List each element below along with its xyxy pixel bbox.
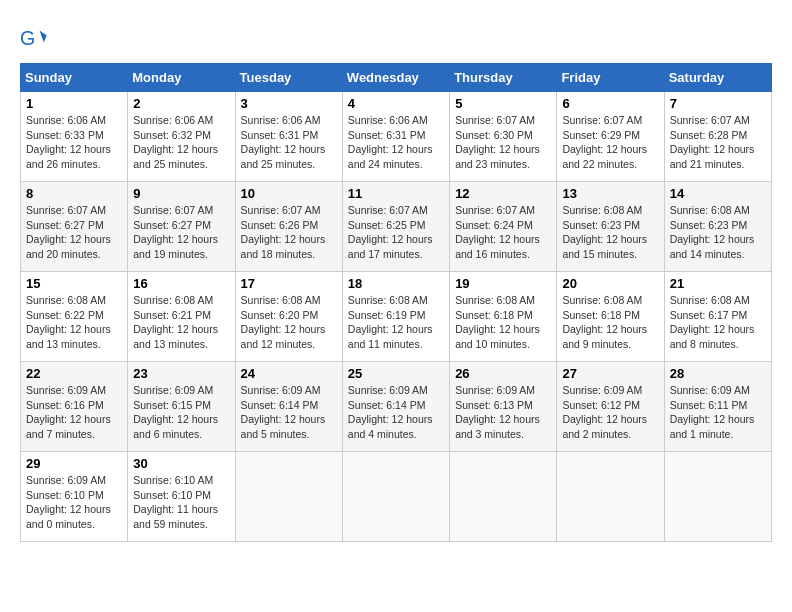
day-info: Sunrise: 6:09 AMSunset: 6:10 PMDaylight:… (26, 473, 122, 532)
day-number: 17 (241, 276, 337, 291)
day-number: 5 (455, 96, 551, 111)
day-info: Sunrise: 6:09 AMSunset: 6:11 PMDaylight:… (670, 383, 766, 442)
weekday-header-thursday: Thursday (450, 64, 557, 92)
logo-icon: G (20, 25, 48, 53)
calendar-cell: 18Sunrise: 6:08 AMSunset: 6:19 PMDayligh… (342, 272, 449, 362)
calendar-cell: 11Sunrise: 6:07 AMSunset: 6:25 PMDayligh… (342, 182, 449, 272)
calendar-cell: 12Sunrise: 6:07 AMSunset: 6:24 PMDayligh… (450, 182, 557, 272)
day-number: 26 (455, 366, 551, 381)
weekday-header-saturday: Saturday (664, 64, 771, 92)
day-info: Sunrise: 6:09 AMSunset: 6:14 PMDaylight:… (348, 383, 444, 442)
day-info: Sunrise: 6:08 AMSunset: 6:23 PMDaylight:… (562, 203, 658, 262)
day-number: 2 (133, 96, 229, 111)
calendar-cell (664, 452, 771, 542)
day-number: 13 (562, 186, 658, 201)
day-number: 21 (670, 276, 766, 291)
day-number: 7 (670, 96, 766, 111)
calendar-cell: 3Sunrise: 6:06 AMSunset: 6:31 PMDaylight… (235, 92, 342, 182)
day-info: Sunrise: 6:07 AMSunset: 6:28 PMDaylight:… (670, 113, 766, 172)
calendar-cell: 9Sunrise: 6:07 AMSunset: 6:27 PMDaylight… (128, 182, 235, 272)
day-number: 3 (241, 96, 337, 111)
day-info: Sunrise: 6:08 AMSunset: 6:18 PMDaylight:… (562, 293, 658, 352)
calendar-cell: 17Sunrise: 6:08 AMSunset: 6:20 PMDayligh… (235, 272, 342, 362)
calendar-cell: 16Sunrise: 6:08 AMSunset: 6:21 PMDayligh… (128, 272, 235, 362)
day-info: Sunrise: 6:06 AMSunset: 6:31 PMDaylight:… (348, 113, 444, 172)
day-number: 20 (562, 276, 658, 291)
day-info: Sunrise: 6:08 AMSunset: 6:23 PMDaylight:… (670, 203, 766, 262)
logo: G (20, 25, 51, 53)
calendar-cell: 27Sunrise: 6:09 AMSunset: 6:12 PMDayligh… (557, 362, 664, 452)
day-info: Sunrise: 6:06 AMSunset: 6:33 PMDaylight:… (26, 113, 122, 172)
day-info: Sunrise: 6:08 AMSunset: 6:18 PMDaylight:… (455, 293, 551, 352)
day-number: 11 (348, 186, 444, 201)
day-info: Sunrise: 6:09 AMSunset: 6:12 PMDaylight:… (562, 383, 658, 442)
day-info: Sunrise: 6:09 AMSunset: 6:14 PMDaylight:… (241, 383, 337, 442)
weekday-header-sunday: Sunday (21, 64, 128, 92)
week-row-2: 8Sunrise: 6:07 AMSunset: 6:27 PMDaylight… (21, 182, 772, 272)
day-number: 23 (133, 366, 229, 381)
day-number: 27 (562, 366, 658, 381)
day-info: Sunrise: 6:09 AMSunset: 6:15 PMDaylight:… (133, 383, 229, 442)
calendar-cell (342, 452, 449, 542)
calendar-cell: 7Sunrise: 6:07 AMSunset: 6:28 PMDaylight… (664, 92, 771, 182)
day-info: Sunrise: 6:06 AMSunset: 6:31 PMDaylight:… (241, 113, 337, 172)
day-number: 16 (133, 276, 229, 291)
calendar-cell: 13Sunrise: 6:08 AMSunset: 6:23 PMDayligh… (557, 182, 664, 272)
day-number: 1 (26, 96, 122, 111)
day-info: Sunrise: 6:08 AMSunset: 6:22 PMDaylight:… (26, 293, 122, 352)
calendar-cell: 5Sunrise: 6:07 AMSunset: 6:30 PMDaylight… (450, 92, 557, 182)
week-row-5: 29Sunrise: 6:09 AMSunset: 6:10 PMDayligh… (21, 452, 772, 542)
day-number: 9 (133, 186, 229, 201)
calendar-cell: 28Sunrise: 6:09 AMSunset: 6:11 PMDayligh… (664, 362, 771, 452)
calendar-cell: 6Sunrise: 6:07 AMSunset: 6:29 PMDaylight… (557, 92, 664, 182)
day-info: Sunrise: 6:08 AMSunset: 6:21 PMDaylight:… (133, 293, 229, 352)
week-row-3: 15Sunrise: 6:08 AMSunset: 6:22 PMDayligh… (21, 272, 772, 362)
calendar-cell: 26Sunrise: 6:09 AMSunset: 6:13 PMDayligh… (450, 362, 557, 452)
day-info: Sunrise: 6:07 AMSunset: 6:25 PMDaylight:… (348, 203, 444, 262)
day-info: Sunrise: 6:09 AMSunset: 6:13 PMDaylight:… (455, 383, 551, 442)
day-info: Sunrise: 6:07 AMSunset: 6:26 PMDaylight:… (241, 203, 337, 262)
day-info: Sunrise: 6:09 AMSunset: 6:16 PMDaylight:… (26, 383, 122, 442)
weekday-header-friday: Friday (557, 64, 664, 92)
day-info: Sunrise: 6:06 AMSunset: 6:32 PMDaylight:… (133, 113, 229, 172)
calendar-cell: 25Sunrise: 6:09 AMSunset: 6:14 PMDayligh… (342, 362, 449, 452)
weekday-header-row: SundayMondayTuesdayWednesdayThursdayFrid… (21, 64, 772, 92)
calendar-cell: 14Sunrise: 6:08 AMSunset: 6:23 PMDayligh… (664, 182, 771, 272)
calendar-cell: 21Sunrise: 6:08 AMSunset: 6:17 PMDayligh… (664, 272, 771, 362)
day-number: 29 (26, 456, 122, 471)
day-number: 28 (670, 366, 766, 381)
day-info: Sunrise: 6:08 AMSunset: 6:20 PMDaylight:… (241, 293, 337, 352)
calendar-cell (557, 452, 664, 542)
day-number: 10 (241, 186, 337, 201)
day-number: 18 (348, 276, 444, 291)
day-info: Sunrise: 6:07 AMSunset: 6:24 PMDaylight:… (455, 203, 551, 262)
calendar-body: 1Sunrise: 6:06 AMSunset: 6:33 PMDaylight… (21, 92, 772, 542)
calendar-cell: 24Sunrise: 6:09 AMSunset: 6:14 PMDayligh… (235, 362, 342, 452)
day-number: 6 (562, 96, 658, 111)
svg-text:G: G (20, 27, 35, 49)
day-info: Sunrise: 6:07 AMSunset: 6:29 PMDaylight:… (562, 113, 658, 172)
calendar-cell (450, 452, 557, 542)
day-info: Sunrise: 6:08 AMSunset: 6:19 PMDaylight:… (348, 293, 444, 352)
day-info: Sunrise: 6:10 AMSunset: 6:10 PMDaylight:… (133, 473, 229, 532)
calendar-cell: 29Sunrise: 6:09 AMSunset: 6:10 PMDayligh… (21, 452, 128, 542)
day-number: 24 (241, 366, 337, 381)
calendar-cell: 8Sunrise: 6:07 AMSunset: 6:27 PMDaylight… (21, 182, 128, 272)
calendar-cell (235, 452, 342, 542)
calendar-cell: 15Sunrise: 6:08 AMSunset: 6:22 PMDayligh… (21, 272, 128, 362)
day-number: 14 (670, 186, 766, 201)
day-info: Sunrise: 6:08 AMSunset: 6:17 PMDaylight:… (670, 293, 766, 352)
calendar-cell: 10Sunrise: 6:07 AMSunset: 6:26 PMDayligh… (235, 182, 342, 272)
calendar-cell: 30Sunrise: 6:10 AMSunset: 6:10 PMDayligh… (128, 452, 235, 542)
day-info: Sunrise: 6:07 AMSunset: 6:30 PMDaylight:… (455, 113, 551, 172)
day-number: 19 (455, 276, 551, 291)
day-number: 8 (26, 186, 122, 201)
week-row-4: 22Sunrise: 6:09 AMSunset: 6:16 PMDayligh… (21, 362, 772, 452)
calendar-table: SundayMondayTuesdayWednesdayThursdayFrid… (20, 63, 772, 542)
weekday-header-tuesday: Tuesday (235, 64, 342, 92)
day-number: 22 (26, 366, 122, 381)
page-header: G (20, 20, 772, 53)
day-number: 15 (26, 276, 122, 291)
day-number: 25 (348, 366, 444, 381)
calendar-cell: 4Sunrise: 6:06 AMSunset: 6:31 PMDaylight… (342, 92, 449, 182)
